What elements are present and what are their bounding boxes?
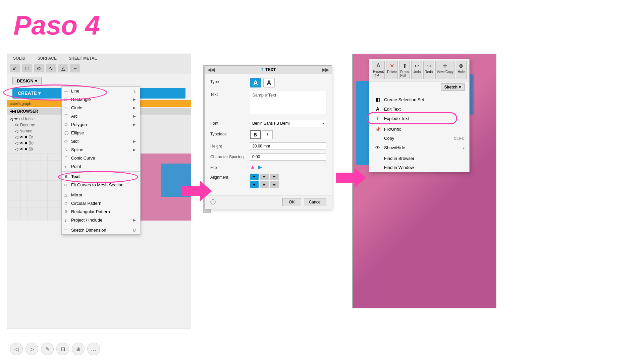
menu-item-fit-curves[interactable]: □ Fit Curves to Mesh Section bbox=[62, 181, 140, 189]
align-center-mid[interactable]: ≡ bbox=[260, 181, 269, 188]
ctx-btn-hole[interactable]: ⊚ Hole bbox=[456, 61, 467, 79]
tool-icon-4[interactable]: ∿ bbox=[46, 64, 56, 72]
ctx-item-copy[interactable]: Copy Ctrl+C bbox=[369, 134, 469, 143]
menu-item-rectangle[interactable]: □ Rectangle ▶ bbox=[62, 95, 140, 104]
circular-pattern-icon: ⊙ bbox=[64, 201, 67, 205]
tool-icon-2[interactable]: □ bbox=[22, 64, 32, 72]
nav-forward-button[interactable]: ▷ bbox=[25, 343, 38, 355]
tool-icon-6[interactable]: ↔ bbox=[70, 64, 80, 72]
sketch-dropdown-button[interactable]: Sketch ▾ bbox=[441, 83, 465, 91]
menu-item-slot[interactable]: ⬭ Slot ▶ bbox=[62, 137, 140, 145]
height-label: Height bbox=[210, 142, 247, 148]
height-input[interactable] bbox=[250, 142, 326, 150]
ctx-divider-1 bbox=[372, 94, 467, 94]
menu-item-circle[interactable]: ○ Circle ▶ bbox=[62, 104, 140, 112]
nav-back-icon: ◁ bbox=[14, 346, 18, 352]
ctx-btn-delete[interactable]: ✕ Delete bbox=[386, 61, 398, 79]
dialog-body: Type A A Text Sample Text Font Berlin Sa… bbox=[205, 74, 332, 195]
create-dropdown-menu: — Line L □ Rectangle ▶ ○ Circle ▶ ⌒ Arc … bbox=[61, 86, 140, 235]
tab-surface[interactable]: SURFACE bbox=[32, 54, 63, 63]
repeat-text-label: Repeat Text bbox=[373, 70, 384, 77]
ctx-divider-3 bbox=[372, 153, 467, 153]
edit-text-label: Edit Text bbox=[384, 107, 401, 112]
dialog-footer: ⓘ OK Cancel bbox=[205, 195, 332, 209]
circle-arrow: ▶ bbox=[133, 106, 136, 110]
menu-item-arc[interactable]: ⌒ Arc ▶ bbox=[62, 112, 140, 120]
menu-item-mirror[interactable]: △ Mirror bbox=[62, 191, 140, 199]
ctx-item-edit-text[interactable]: A Edit Text bbox=[369, 104, 469, 114]
menu-item-text[interactable]: A Text bbox=[62, 172, 140, 181]
hole-icon: ⊚ bbox=[459, 63, 463, 69]
tab-sheet-metal[interactable]: SHEET METAL bbox=[63, 54, 103, 63]
ctx-btn-redo[interactable]: ↪ Redo bbox=[423, 61, 434, 79]
tool-icon-3[interactable]: ⊙ bbox=[34, 64, 44, 72]
ctx-btn-press-pull[interactable]: ⬆ Press Pull bbox=[399, 61, 410, 79]
type-icon-filled-a[interactable]: A bbox=[250, 78, 261, 87]
align-row-1: ≡ ≡ ≡ bbox=[250, 174, 326, 180]
menu-item-conic-curve[interactable]: ⌒ Conic Curve bbox=[62, 154, 140, 162]
italic-button[interactable]: I bbox=[262, 130, 273, 139]
menu-item-polygon[interactable]: ⬡ Polygon ▶ bbox=[62, 120, 140, 129]
align-right-mid[interactable]: ≡ bbox=[270, 181, 279, 188]
ok-button[interactable]: OK bbox=[282, 198, 301, 206]
menu-item-spline[interactable]: ∿ Spline ▶ bbox=[62, 145, 140, 154]
nav-edit-button[interactable]: ✎ bbox=[41, 343, 54, 355]
hole-label: Hole bbox=[458, 70, 465, 74]
ctx-btn-repeat-text[interactable]: A Repeat Text bbox=[372, 61, 385, 79]
nav-more-button[interactable]: … bbox=[87, 343, 100, 355]
cancel-button[interactable]: Cancel bbox=[304, 198, 326, 206]
tool-icon-1[interactable]: ↙ bbox=[10, 64, 20, 72]
menu-item-line[interactable]: — Line L bbox=[62, 87, 140, 95]
align-left-mid[interactable]: ≡ bbox=[250, 181, 259, 188]
copy-shortcut: Ctrl+C bbox=[454, 136, 465, 140]
bold-button[interactable]: B bbox=[250, 130, 261, 139]
find-in-browser-label: Find in Browser bbox=[384, 156, 414, 161]
ctx-item-create-selection-set[interactable]: ◧ Create Selection Set bbox=[369, 95, 469, 104]
font-select-value: Berlin Sans FB Demi bbox=[252, 121, 322, 126]
ellipse-icon: ◯ bbox=[64, 131, 68, 135]
ctx-item-explode-text[interactable]: T Explode Text bbox=[369, 114, 469, 123]
redo-label: Redo bbox=[425, 70, 433, 74]
ctx-item-find-in-window[interactable]: Find in Window bbox=[369, 163, 469, 172]
font-dropdown-arrow: ▾ bbox=[322, 122, 324, 125]
menu-item-circular-pattern[interactable]: ⊙ Circular Pattern bbox=[62, 199, 140, 207]
type-icon-outline-a[interactable]: A bbox=[263, 78, 275, 87]
create-selection-set-label: Create Selection Set bbox=[384, 97, 424, 102]
redo-icon: ↪ bbox=[427, 63, 431, 69]
font-select-control: Berlin Sans FB Demi ▾ bbox=[250, 120, 326, 127]
tab-solid[interactable]: SOLID bbox=[7, 54, 32, 63]
ctx-btn-undo[interactable]: ↩ Undo bbox=[411, 61, 422, 79]
menu-item-project-include[interactable]: ⤵ Project / Include ▶ bbox=[62, 216, 140, 224]
ctx-btn-move-copy[interactable]: ✛ Move/Copy bbox=[435, 61, 454, 79]
arrow-1 bbox=[182, 181, 212, 202]
nav-zoom-button[interactable]: ⊕ bbox=[72, 343, 85, 355]
align-right-top[interactable]: ≡ bbox=[270, 174, 279, 180]
tool-icon-5[interactable]: △ bbox=[58, 64, 68, 72]
ctx-item-find-in-browser[interactable]: Find in Browser bbox=[369, 154, 469, 163]
flip-horizontal-icon[interactable]: ▶ bbox=[258, 164, 262, 170]
menu-item-sketch-dimension[interactable]: ⊢ Sketch Dimension D bbox=[62, 226, 140, 234]
text-menu-icon: A bbox=[64, 174, 68, 179]
design-button[interactable]: DESIGN ▾ bbox=[12, 77, 42, 85]
ctx-item-show-hide[interactable]: 👁 Show/Hide v bbox=[369, 143, 469, 152]
font-select[interactable]: Berlin Sans FB Demi ▾ bbox=[250, 120, 326, 127]
delete-icon: ✕ bbox=[390, 63, 394, 69]
nav-frame-button[interactable]: ⊡ bbox=[56, 343, 69, 355]
align-left-top[interactable]: ≡ bbox=[250, 174, 259, 180]
dialog-title: TEXT bbox=[265, 67, 276, 72]
explode-text-container: T Explode Text bbox=[369, 114, 469, 123]
text-input[interactable]: Sample Text bbox=[250, 91, 326, 115]
align-center-top[interactable]: ≡ bbox=[260, 174, 269, 180]
create-selection-set-icon: ◧ bbox=[374, 97, 381, 102]
flip-vertical-icon[interactable]: ▲ bbox=[250, 164, 255, 170]
char-spacing-input[interactable] bbox=[250, 153, 326, 161]
rectangular-pattern-icon: ⊞ bbox=[64, 209, 67, 214]
ctx-item-fix-unfix[interactable]: 📌 Fix/Unfix bbox=[369, 125, 469, 134]
menu-item-rectangular-pattern[interactable]: ⊞ Rectangular Pattern bbox=[62, 207, 140, 216]
menu-item-ellipse[interactable]: ◯ Ellipse bbox=[62, 129, 140, 137]
nav-more-icon: … bbox=[91, 346, 96, 352]
project-arrow: ▶ bbox=[133, 218, 136, 222]
polygon-icon: ⬡ bbox=[64, 122, 68, 127]
menu-item-point[interactable]: + Point bbox=[62, 162, 140, 171]
nav-back-button[interactable]: ◁ bbox=[10, 343, 23, 355]
